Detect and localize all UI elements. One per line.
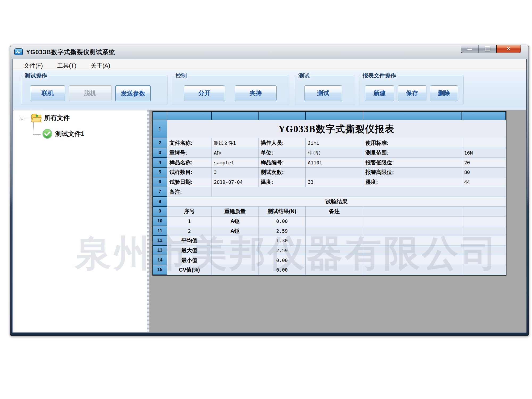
row-header-cell[interactable]: 13 (153, 246, 167, 256)
info-value-cell[interactable] (306, 168, 363, 177)
info-value-cell[interactable]: Jimi (306, 138, 363, 148)
result-cell[interactable] (212, 265, 259, 275)
result-empty-cell[interactable] (462, 236, 506, 246)
info-label-cell[interactable]: 报警低限位: (363, 158, 462, 168)
maximize-button[interactable] (479, 45, 497, 53)
result-cell[interactable] (306, 265, 363, 275)
row-header-cell[interactable]: 5 (153, 168, 167, 177)
save-button[interactable]: 保存 (398, 85, 426, 101)
info-label-cell[interactable]: 测量范围: (363, 148, 462, 158)
result-cell[interactable] (212, 236, 259, 246)
result-cell[interactable]: 0.00 (259, 265, 306, 275)
test-button[interactable]: 测试 (304, 85, 342, 101)
result-column-header-cell[interactable]: 备注 (306, 207, 363, 217)
info-value-cell[interactable]: sample1 (212, 158, 259, 168)
result-empty-cell[interactable] (462, 246, 506, 256)
result-cell[interactable]: 2.59 (259, 226, 306, 236)
info-label-cell[interactable]: 文件名称: (167, 138, 212, 148)
info-label-cell[interactable]: 测试次数: (259, 168, 306, 177)
info-value-cell[interactable]: A锤 (212, 148, 259, 158)
info-value-cell[interactable] (462, 138, 506, 148)
info-label-cell[interactable]: 单位: (259, 148, 306, 158)
result-empty-cell[interactable] (363, 207, 462, 217)
info-value-cell[interactable]: 44 (462, 177, 506, 187)
info-label-cell[interactable]: 使用标准: (363, 138, 462, 148)
result-empty-cell[interactable] (363, 226, 462, 236)
result-cell[interactable] (306, 226, 363, 236)
row-header-cell[interactable]: 4 (153, 158, 167, 168)
result-cell[interactable] (306, 255, 363, 265)
column-header-cell[interactable] (462, 112, 506, 120)
result-cell[interactable] (306, 217, 363, 226)
info-value-cell[interactable]: 80 (462, 168, 506, 177)
title-bar[interactable]: YG033B数字式撕裂仪测试系统 ✕ (10, 45, 529, 59)
row-header-cell[interactable]: 14 (153, 255, 167, 265)
row-header-cell[interactable]: 10 (153, 217, 167, 226)
disconnect-button[interactable]: 脱机 (69, 85, 112, 101)
result-column-header-cell[interactable]: 重锤质量 (212, 207, 259, 217)
tree-item-all-files[interactable]: 所有文件 (30, 113, 70, 123)
result-cell[interactable] (306, 246, 363, 256)
result-empty-cell[interactable] (363, 217, 462, 226)
row-header-cell[interactable]: 7 (153, 187, 167, 197)
column-header-cell[interactable] (167, 112, 212, 120)
delete-button[interactable]: 删除 (430, 85, 458, 101)
info-value-cell[interactable]: 2019-07-04 (212, 177, 259, 187)
result-cell[interactable]: 平均值 (167, 236, 212, 246)
row-header-cell[interactable]: 15 (153, 265, 167, 275)
column-header-cell[interactable] (259, 112, 306, 120)
info-value-cell[interactable]: 20 (462, 158, 506, 168)
result-cell[interactable]: 1.30 (259, 236, 306, 246)
result-column-header-cell[interactable]: 序号 (167, 207, 212, 217)
info-value-cell[interactable]: 16N (462, 148, 506, 158)
result-empty-cell[interactable] (462, 217, 506, 226)
info-label-cell[interactable]: 温度: (259, 177, 306, 187)
result-cell[interactable]: 最小值 (167, 255, 212, 265)
result-cell[interactable]: 2.59 (259, 246, 306, 256)
result-empty-cell[interactable] (462, 226, 506, 236)
result-cell[interactable]: 1 (167, 217, 212, 226)
result-cell[interactable]: 0.00 (259, 217, 306, 226)
result-cell[interactable]: 0.00 (259, 255, 306, 265)
result-empty-cell[interactable] (363, 265, 462, 275)
info-label-cell[interactable]: 样品名称: (167, 158, 212, 168)
info-value-cell[interactable]: A1101 (306, 158, 363, 168)
result-empty-cell[interactable] (462, 255, 506, 265)
info-value-cell[interactable]: 3 (212, 168, 259, 177)
result-cell[interactable]: 2 (167, 226, 212, 236)
info-label-cell[interactable]: 报警高限位: (363, 168, 462, 177)
close-button[interactable]: ✕ (497, 45, 521, 53)
info-value-cell[interactable]: 牛(N) (306, 148, 363, 158)
result-empty-cell[interactable] (462, 207, 506, 217)
info-label-cell[interactable]: 试验日期: (167, 177, 212, 187)
column-header-cell[interactable] (363, 112, 462, 120)
row-header-cell[interactable]: 11 (153, 226, 167, 236)
result-cell[interactable] (306, 236, 363, 246)
result-cell[interactable]: A锤 (212, 226, 259, 236)
row-header-cell[interactable]: 9 (153, 207, 167, 217)
info-label-cell[interactable]: 试样数目: (167, 168, 212, 177)
result-empty-cell[interactable] (462, 265, 506, 275)
menu-file[interactable]: 文件(F) (22, 61, 44, 70)
column-header-cell[interactable] (306, 112, 363, 120)
info-label-cell[interactable]: 样品编号: (259, 158, 306, 168)
result-cell[interactable]: A锤 (212, 217, 259, 226)
result-empty-cell[interactable] (363, 236, 462, 246)
info-label-cell[interactable]: 重锤号: (167, 148, 212, 158)
tree-item-test-file-1[interactable]: 测试文件1 (42, 128, 84, 139)
menu-about[interactable]: 关于(A) (89, 61, 112, 70)
result-cell[interactable]: 最大值 (167, 246, 212, 256)
info-value-cell[interactable]: 33 (306, 177, 363, 187)
menu-tools[interactable]: 工具(T) (56, 61, 78, 70)
tree-expander-icon[interactable] (20, 117, 24, 121)
row-header-cell[interactable]: 8 (153, 197, 167, 207)
remark-value-cell[interactable] (212, 187, 506, 197)
connect-button[interactable]: 联机 (30, 85, 65, 101)
minimize-button[interactable] (461, 45, 479, 53)
new-button[interactable]: 新建 (365, 85, 394, 101)
clamp-button[interactable]: 夹持 (235, 85, 277, 101)
separate-button[interactable]: 分开 (184, 85, 225, 101)
column-header-cell[interactable] (212, 112, 259, 120)
row-header-cell[interactable]: 3 (153, 148, 167, 158)
result-empty-cell[interactable] (363, 255, 462, 265)
